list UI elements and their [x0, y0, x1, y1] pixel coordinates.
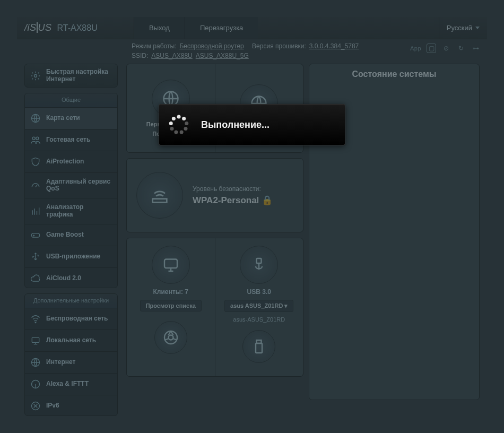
loading-dialog: Выполнение... — [159, 104, 345, 145]
spinner-icon — [168, 114, 189, 135]
loading-text: Выполнение... — [201, 119, 270, 131]
loading-overlay: Выполнение... — [0, 0, 504, 433]
